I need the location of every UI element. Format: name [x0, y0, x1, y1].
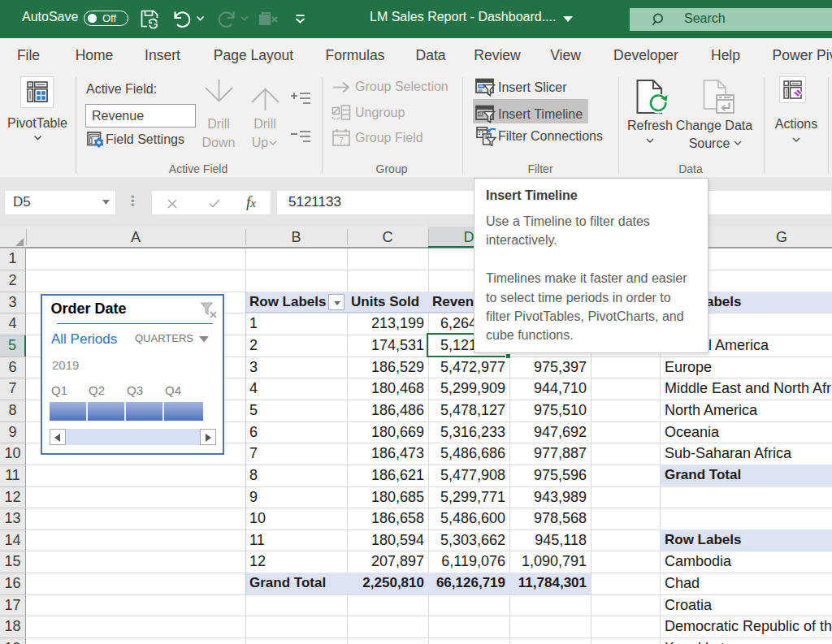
- svg-text:7: 7: [339, 136, 344, 145]
